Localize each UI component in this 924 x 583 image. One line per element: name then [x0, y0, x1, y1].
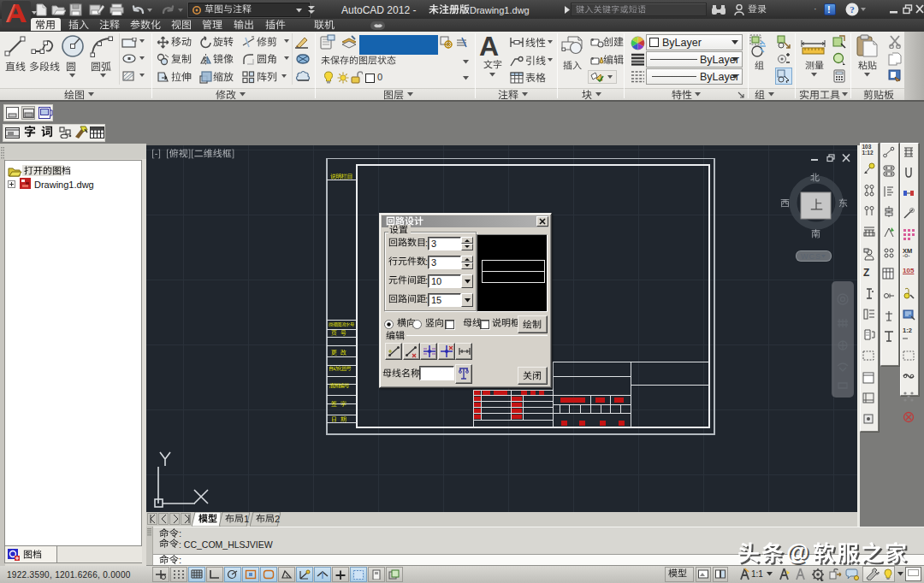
- svg-text:?: ?: [850, 4, 855, 15]
